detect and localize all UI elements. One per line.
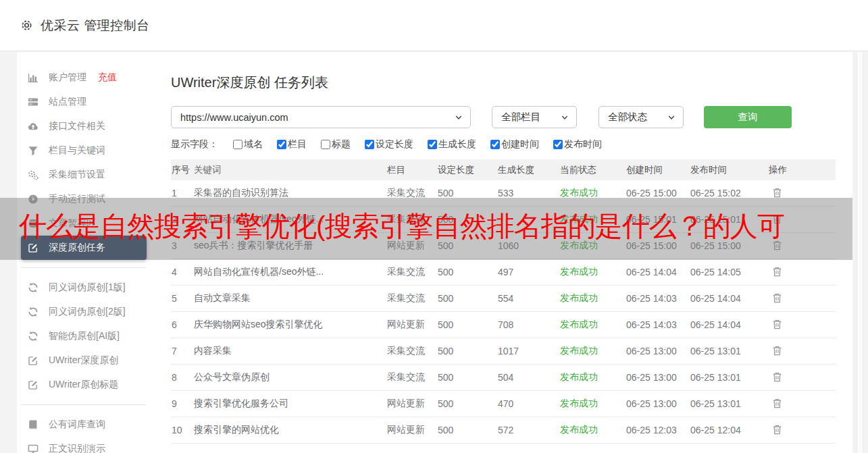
sidebar-item-label: 智能伪原创[AI版]	[49, 330, 120, 342]
display-field-checkbox[interactable]	[428, 140, 437, 149]
refresh-icon	[28, 331, 39, 342]
cell-no: 1	[171, 188, 194, 198]
sidebar-item-label: 账户管理	[49, 72, 86, 84]
delete-button[interactable]	[770, 370, 784, 384]
display-field-option[interactable]: 设定长度	[365, 138, 413, 151]
col-header-setlen: 设定长度	[438, 164, 498, 176]
database-icon	[28, 218, 39, 229]
display-field-checkbox[interactable]	[490, 140, 500, 149]
display-field-label: 创建时间	[501, 138, 539, 151]
display-field-label: 设定长度	[376, 138, 413, 151]
sidebar-item-server[interactable]: 站点管理	[17, 90, 163, 114]
sidebar-item-edit[interactable]: UWriter原创标题	[17, 373, 163, 397]
sidebar-item-refresh[interactable]: 智能伪原创[AI版]	[17, 324, 163, 348]
cell-category: 网站更新	[387, 240, 438, 252]
display-field-option[interactable]: 标题	[321, 138, 351, 151]
edit-icon	[28, 242, 39, 253]
trash-icon	[771, 345, 783, 356]
cell-genlen: 554	[498, 293, 560, 304]
sidebar-item-label: 同义词伪原创[1版]	[49, 282, 126, 294]
display-field-checkbox[interactable]	[321, 140, 330, 149]
chevron-down-icon	[667, 113, 676, 122]
display-field-checkbox[interactable]	[365, 140, 374, 149]
sidebar-item-label: 同义词伪原创[2版]	[49, 306, 126, 318]
edit-icon	[28, 379, 39, 390]
cell-no: 10	[171, 425, 194, 435]
sidebar-item-play-circle[interactable]: 手动运行测试	[17, 187, 163, 211]
sidebar-item-database[interactable]: 文章暂存区	[17, 211, 163, 236]
cell-no: 3	[171, 240, 194, 251]
display-field-option[interactable]: 栏目	[277, 138, 307, 151]
display-field-checkbox[interactable]	[277, 140, 286, 149]
recharge-badge[interactable]: 充值	[98, 72, 117, 84]
cell-keyword: 搜索引擎的网站优化	[194, 424, 387, 436]
cell-status: 发布成功	[560, 398, 626, 410]
trash-icon	[771, 398, 783, 409]
cell-created: 06-25 12:03	[626, 425, 690, 435]
delete-button[interactable]	[770, 265, 784, 279]
display-field-checkbox[interactable]	[233, 140, 242, 149]
cell-setlen: 500	[438, 267, 498, 277]
sidebar-item-cloud-upload[interactable]: 接口文件相关	[17, 114, 163, 138]
delete-button[interactable]	[770, 396, 784, 410]
display-field-option[interactable]: 域名	[233, 138, 263, 151]
cell-created: 06-25 13:00	[626, 398, 690, 409]
sidebar-item-gears[interactable]: 采集细节设置	[17, 163, 163, 187]
cell-keyword: 自动文章采集	[194, 292, 387, 304]
cell-status: 发布成功	[560, 187, 626, 199]
sidebar-item-label: 文章暂存区	[49, 217, 96, 230]
status-select[interactable]: 全部状态	[598, 106, 684, 128]
sidebar-item-edit[interactable]: UWriter深度原创	[17, 348, 163, 373]
cell-setlen: 500	[438, 188, 498, 198]
display-fields-label: 显示字段：	[171, 138, 218, 151]
sidebar-item-book[interactable]: 公有词库查询	[17, 412, 163, 437]
delete-button[interactable]	[770, 423, 784, 437]
cell-created: 06-25 14:03	[626, 293, 690, 304]
delete-button[interactable]	[770, 291, 784, 305]
display-field-option[interactable]: 发布时间	[553, 138, 602, 151]
page-scrollbar[interactable]	[857, 52, 863, 453]
chevron-down-icon	[454, 113, 463, 122]
sidebar-item-refresh[interactable]: 同义词伪原创[1版]	[17, 275, 163, 300]
display-field-option[interactable]: 生成长度	[428, 138, 476, 151]
trash-icon	[771, 240, 783, 251]
cell-setlen: 500	[438, 398, 498, 409]
delete-button[interactable]	[770, 186, 784, 200]
site-select[interactable]: https://www.ucaiyun.com	[171, 106, 471, 128]
cell-genlen: 708	[498, 319, 560, 330]
trash-icon	[771, 187, 783, 198]
cell-created: 06-25 15:00	[626, 240, 690, 251]
display-field-label: 标题	[332, 138, 351, 151]
sidebar-divider	[21, 267, 146, 268]
display-field-checkbox[interactable]	[553, 140, 563, 149]
sidebar-item-edit[interactable]: 深度原创任务	[21, 236, 147, 260]
gears-icon	[28, 169, 39, 180]
category-select[interactable]: 全部栏目	[492, 106, 577, 128]
cell-no: 7	[171, 346, 194, 356]
trash-icon	[771, 266, 783, 277]
cell-setlen: 500	[438, 319, 498, 330]
delete-button[interactable]	[770, 238, 784, 252]
delete-button[interactable]	[770, 344, 784, 358]
cell-published: 06-25 13:01	[690, 346, 769, 356]
delete-button[interactable]	[770, 212, 784, 226]
display-field-option[interactable]: 创建时间	[490, 138, 539, 151]
query-button[interactable]: 查询	[704, 106, 792, 128]
sidebar-item-bar-chart[interactable]: 账户管理 充值	[17, 65, 163, 90]
sidebar-item-filter[interactable]: 栏目与关键词	[17, 138, 163, 163]
sidebar-item-refresh[interactable]: 同义词伪原创[2版]	[17, 300, 163, 324]
cell-keyword: seo兵书：搜索引擎优化手册	[194, 240, 387, 252]
sidebar-item-monitor[interactable]: 正文识别演示	[17, 437, 163, 453]
cell-no: 4	[171, 267, 194, 277]
delete-button[interactable]	[770, 317, 784, 331]
display-field-label: 生成长度	[438, 138, 476, 151]
category-select-value: 全部栏目	[501, 111, 540, 124]
cell-published: 06-25 14:04	[690, 293, 769, 304]
col-header-created: 创建时间	[626, 164, 690, 176]
sidebar: 账户管理 充值 站点管理 接口文件相关 栏目与关键词 采集细节设置 手动	[17, 65, 163, 453]
cell-genlen: 1017	[498, 346, 560, 356]
col-header-published: 发布时间	[690, 164, 769, 176]
cell-setlen: 500	[438, 372, 498, 383]
cell-status: 发布成功	[560, 266, 626, 278]
table-row: 2 网站自动化宣传机器/seo外链... 采集交流 500 发布成功 06-25…	[171, 207, 836, 233]
